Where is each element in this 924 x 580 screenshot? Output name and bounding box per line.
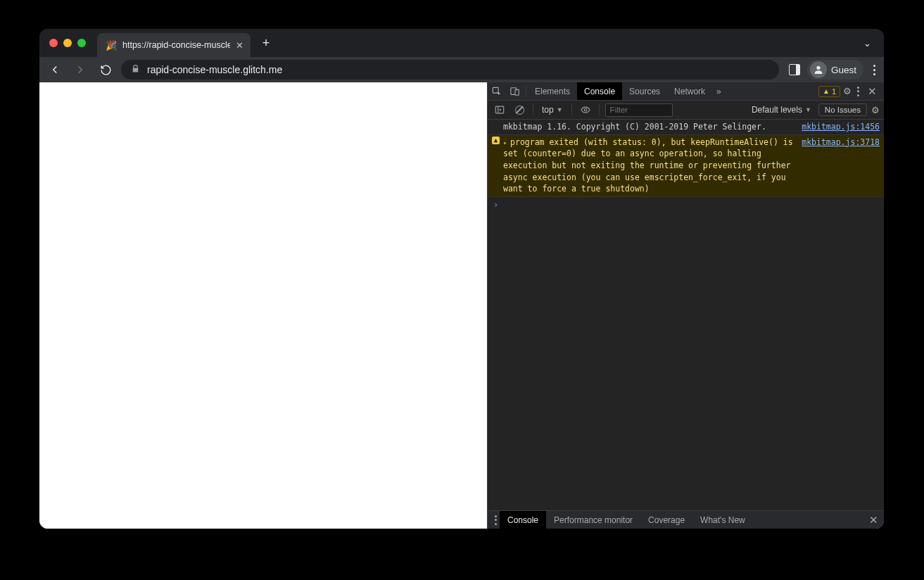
browser-tab[interactable]: 🎉 https://rapid-concise-muscle.g ✕ <box>97 33 251 57</box>
more-tabs-icon[interactable]: » <box>712 87 726 96</box>
drawer-close-icon[interactable]: ✕ <box>868 514 880 527</box>
zoom-window-button[interactable] <box>77 39 86 47</box>
log-row-warn: program exited (with status: 0), but kee… <box>488 135 884 197</box>
toolbar: rapid-concise-muscle.glitch.me Guest <box>39 57 884 82</box>
tab-elements[interactable]: Elements <box>528 82 577 100</box>
context-label: top <box>542 105 554 115</box>
issues-button[interactable]: No Issues <box>818 103 867 116</box>
svg-rect-3 <box>515 89 519 95</box>
device-toolbar-icon[interactable] <box>506 87 524 96</box>
browser-menu-button[interactable] <box>871 62 878 78</box>
levels-label: Default levels <box>752 105 802 115</box>
console-filter[interactable] <box>605 103 673 117</box>
svg-point-0 <box>816 66 820 70</box>
back-button[interactable] <box>45 60 65 80</box>
new-tab-button[interactable]: + <box>256 33 276 53</box>
minimize-window-button[interactable] <box>63 39 72 47</box>
warning-icon: ▲ <box>823 87 830 95</box>
warning-count-badge[interactable]: ▲ 1 <box>818 86 840 97</box>
devtools-menu-icon[interactable] <box>854 87 862 96</box>
drawer-tab-whats-new[interactable]: What's New <box>692 511 753 529</box>
log-source-link[interactable]: mkbitmap.js:1456 <box>796 121 880 133</box>
filter-input[interactable] <box>605 103 673 117</box>
tab-title: https://rapid-concise-muscle.g <box>122 40 230 50</box>
log-message: mkbitmap 1.16. Copyright (C) 2001-2019 P… <box>503 121 796 133</box>
avatar-icon <box>810 61 827 78</box>
chevron-down-icon: ▼ <box>805 106 811 113</box>
inspect-element-icon[interactable] <box>488 87 506 96</box>
tab-favicon: 🎉 <box>106 41 117 50</box>
drawer-tab-console[interactable]: Console <box>500 511 546 529</box>
tab-sources[interactable]: Sources <box>622 82 667 100</box>
log-message: program exited (with status: 0), but kee… <box>503 137 796 195</box>
window-controls <box>49 39 86 47</box>
forward-button[interactable] <box>70 60 90 80</box>
browser-window: 🎉 https://rapid-concise-muscle.g ✕ + ⌄ <box>39 29 884 529</box>
devtools-settings-icon[interactable]: ⚙ <box>843 86 852 96</box>
profile-label: Guest <box>831 65 856 75</box>
page-viewport[interactable] <box>39 82 487 529</box>
devtools-close-icon[interactable]: ✕ <box>865 85 880 98</box>
lock-icon <box>131 64 140 75</box>
drawer-tab-performance-monitor[interactable]: Performance monitor <box>546 511 640 529</box>
drawer-menu-icon[interactable] <box>492 515 500 525</box>
warning-count: 1 <box>832 87 836 96</box>
drawer-tab-coverage[interactable]: Coverage <box>640 511 692 529</box>
live-expression-icon[interactable] <box>578 105 593 115</box>
devtools-tabbar: Elements Console Sources Network » ▲ 1 ⚙… <box>488 82 884 101</box>
chevron-down-icon: ▼ <box>557 106 563 113</box>
tab-close-icon[interactable]: ✕ <box>236 40 243 51</box>
console-output[interactable]: mkbitmap 1.16. Copyright (C) 2001-2019 P… <box>488 120 884 510</box>
tab-network[interactable]: Network <box>667 82 712 100</box>
devtools-drawer: Console Performance monitor Coverage Wha… <box>488 510 884 529</box>
console-sidebar-toggle-icon[interactable] <box>492 105 507 115</box>
console-prompt[interactable]: › <box>488 197 884 213</box>
log-levels-selector[interactable]: Default levels ▼ <box>749 105 814 115</box>
svg-point-6 <box>584 108 587 111</box>
log-row-info: mkbitmap 1.16. Copyright (C) 2001-2019 P… <box>488 120 884 135</box>
close-window-button[interactable] <box>49 39 58 47</box>
console-settings-icon[interactable]: ⚙ <box>871 105 880 115</box>
tabs-dropdown-button[interactable]: ⌄ <box>856 34 878 53</box>
clear-console-icon[interactable] <box>512 106 527 115</box>
execution-context-selector[interactable]: top ▼ <box>539 105 566 115</box>
profile-chip[interactable]: Guest <box>807 60 863 80</box>
devtools-panel: Elements Console Sources Network » ▲ 1 ⚙… <box>487 82 884 529</box>
tab-console[interactable]: Console <box>577 82 622 100</box>
log-source-link[interactable]: mkbitmap.js:3718 <box>796 137 880 195</box>
tab-strip: 🎉 https://rapid-concise-muscle.g ✕ + ⌄ <box>39 29 884 57</box>
side-panel-icon[interactable] <box>789 64 800 75</box>
prompt-chevron-icon: › <box>493 199 498 211</box>
reload-button[interactable] <box>96 60 115 80</box>
address-bar[interactable]: rapid-concise-muscle.glitch.me <box>121 60 779 80</box>
console-toolbar: top ▼ Default levels ▼ <box>488 101 884 120</box>
url-text: rapid-concise-muscle.glitch.me <box>147 64 282 75</box>
content-area: Elements Console Sources Network » ▲ 1 ⚙… <box>39 82 884 529</box>
